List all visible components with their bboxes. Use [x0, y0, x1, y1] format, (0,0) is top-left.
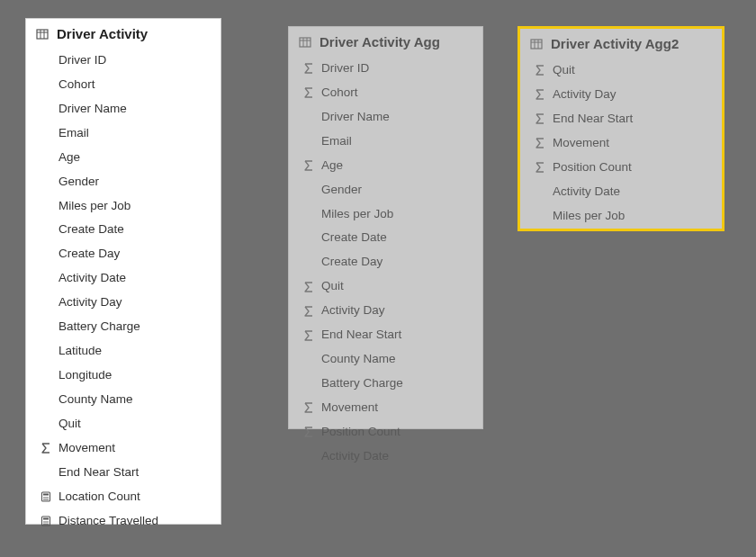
blank-icon — [302, 231, 316, 246]
table-icon — [35, 27, 50, 41]
svg-point-17 — [43, 523, 45, 525]
field-row[interactable]: County Name — [294, 347, 477, 372]
field-label: Location Count — [58, 488, 140, 507]
field-row[interactable]: Miles per Job — [294, 202, 477, 227]
blank-icon — [302, 110, 316, 124]
blank-icon — [39, 465, 53, 480]
table-icon — [529, 37, 544, 51]
field-row[interactable]: Driver ID — [294, 57, 477, 81]
blank-icon — [39, 102, 53, 116]
field-row[interactable]: Movement — [526, 131, 716, 156]
field-row[interactable]: Create Date — [32, 218, 215, 242]
blank-icon — [39, 392, 53, 407]
blank-icon — [302, 256, 316, 270]
field-row[interactable]: Distance Travelled — [32, 509, 215, 534]
field-row[interactable]: Longitude — [32, 364, 215, 388]
svg-rect-20 — [300, 38, 310, 47]
field-label: County Name — [321, 350, 396, 369]
field-row[interactable]: Quit — [32, 412, 215, 436]
field-row[interactable]: Location Count — [32, 485, 215, 509]
field-row[interactable]: Miles per Job — [526, 204, 716, 229]
field-label: End Near Start — [321, 326, 401, 345]
field-row[interactable]: Position Count — [294, 420, 477, 445]
blank-icon — [302, 207, 316, 221]
field-label: Cohort — [58, 76, 95, 94]
field-row[interactable]: Activity Date — [526, 180, 716, 204]
field-label: Age — [321, 157, 343, 175]
blank-icon — [533, 209, 547, 223]
table-header[interactable]: Driver Activity Agg — [289, 27, 482, 55]
blank-icon — [39, 296, 53, 310]
sigma-icon — [533, 160, 547, 175]
field-row[interactable]: Activity Date — [32, 266, 215, 291]
table-card-driver-activity-agg2[interactable]: Driver Activity Agg2 QuitActivity DayEnd… — [518, 26, 724, 231]
field-row[interactable]: Create Day — [294, 250, 477, 274]
sigma-icon — [533, 136, 547, 150]
sigma-icon — [302, 400, 316, 415]
table-header[interactable]: Driver Activity — [26, 19, 220, 47]
field-row[interactable]: End Near Start — [526, 107, 716, 131]
field-row[interactable]: Activity Day — [526, 83, 716, 107]
field-row[interactable]: Quit — [294, 274, 477, 299]
field-row[interactable]: Driver Name — [294, 105, 477, 130]
field-label: Driver ID — [58, 51, 106, 70]
field-row[interactable]: Activity Day — [32, 291, 215, 315]
field-row[interactable]: Age — [294, 154, 477, 178]
blank-icon — [39, 320, 53, 335]
blank-icon — [302, 134, 316, 148]
field-row[interactable]: Cohort — [32, 73, 215, 97]
field-row[interactable]: Driver Name — [32, 97, 215, 121]
field-row[interactable]: Latitude — [32, 339, 215, 364]
field-label: Longitude — [58, 366, 112, 385]
field-label: Quit — [321, 277, 344, 296]
blank-icon — [39, 175, 53, 189]
field-row[interactable]: Age — [32, 146, 215, 170]
blank-icon — [302, 376, 316, 391]
svg-point-14 — [43, 521, 45, 523]
field-row[interactable]: County Name — [32, 388, 215, 412]
field-row[interactable]: Activity Date — [294, 445, 477, 469]
field-row[interactable]: Cohort — [294, 81, 477, 105]
field-row[interactable]: Email — [32, 121, 215, 146]
field-row[interactable]: Create Date — [294, 226, 477, 250]
blank-icon — [39, 126, 53, 140]
table-card-driver-activity-agg[interactable]: Driver Activity Agg Driver IDCohortDrive… — [288, 26, 483, 429]
field-label: Email — [58, 124, 89, 143]
field-label: Miles per Job — [553, 207, 625, 226]
blank-icon — [39, 150, 53, 165]
field-row[interactable]: End Near Start — [32, 461, 215, 485]
field-label: Latitude — [58, 342, 102, 361]
field-row[interactable]: Battery Charge — [32, 315, 215, 339]
svg-point-10 — [45, 499, 47, 500]
table-header[interactable]: Driver Activity Agg2 — [520, 29, 722, 57]
field-row[interactable]: Quit — [526, 58, 716, 83]
field-row[interactable]: Gender — [294, 178, 477, 202]
sigma-icon — [302, 280, 316, 294]
field-row[interactable]: Gender — [32, 170, 215, 194]
svg-point-6 — [43, 497, 45, 499]
field-row[interactable]: End Near Start — [294, 323, 477, 347]
svg-point-16 — [47, 521, 49, 523]
sigma-icon — [302, 85, 316, 100]
field-row[interactable]: Position Count — [526, 156, 716, 180]
field-row[interactable]: Movement — [294, 396, 477, 420]
field-label: Battery Charge — [58, 318, 140, 337]
calculator-icon — [39, 490, 53, 504]
field-label: Battery Charge — [321, 374, 403, 393]
field-label: End Near Start — [553, 110, 633, 129]
field-row[interactable]: Driver ID — [32, 49, 215, 73]
table-card-driver-activity[interactable]: Driver Activity Driver IDCohortDriver Na… — [25, 18, 221, 525]
svg-point-7 — [45, 497, 47, 499]
svg-rect-24 — [531, 40, 542, 49]
blank-icon — [39, 199, 53, 213]
blank-icon — [39, 272, 53, 286]
field-label: County Name — [58, 391, 133, 409]
field-row[interactable]: Miles per Job — [32, 194, 215, 219]
svg-point-8 — [47, 497, 49, 499]
field-row[interactable]: Create Day — [32, 242, 215, 266]
field-row[interactable]: Email — [294, 130, 477, 154]
field-row[interactable]: Battery Charge — [294, 372, 477, 396]
field-row[interactable]: Movement — [32, 436, 215, 461]
field-row[interactable]: Activity Day — [294, 299, 477, 323]
svg-point-11 — [47, 499, 49, 500]
